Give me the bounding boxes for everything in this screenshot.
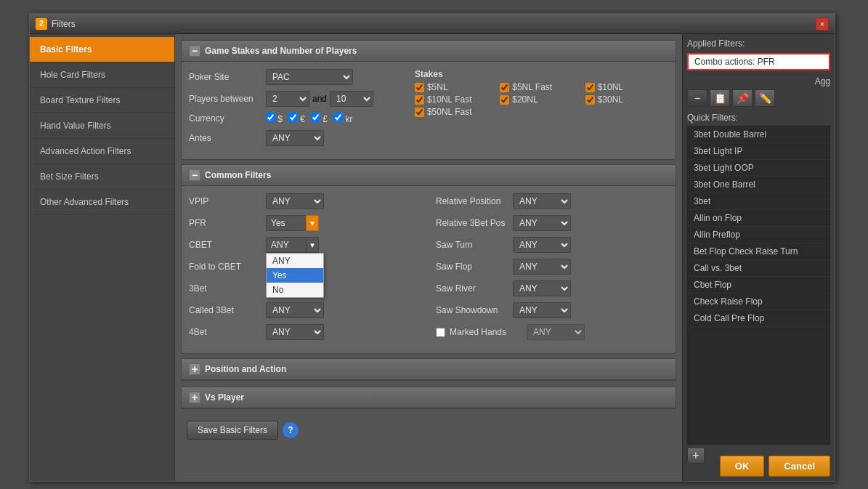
antes-label: Antes: [189, 133, 261, 143]
threebet-label: 3Bet: [189, 283, 261, 294]
stake-30nl-check[interactable]: [585, 95, 595, 105]
saw-turn-select[interactable]: ANYYesNo: [513, 237, 571, 253]
qf-3bet-light-ip[interactable]: 3bet Light IP: [688, 143, 830, 160]
stake-10nl: $10NL: [585, 82, 668, 92]
panel-pin-button[interactable]: 📌: [732, 89, 753, 107]
title-bar: 2 Filters ×: [30, 14, 835, 34]
stakes-title: Stakes: [415, 69, 668, 79]
qf-allin-flop[interactable]: Allin on Flop: [688, 210, 830, 227]
currency-eur[interactable]: €: [288, 113, 305, 124]
qf-cold-call-pre-flop[interactable]: Cold Call Pre Flop: [688, 310, 830, 327]
main-layout: Basic Filters Hole Card Filters Board Te…: [30, 34, 835, 481]
pfr-wrapper: Yes ▼: [266, 215, 319, 231]
saw-river-label: Saw River: [436, 283, 508, 294]
ok-button[interactable]: OK: [720, 456, 765, 477]
rel-pos-select[interactable]: ANY: [513, 193, 571, 209]
stake-10nl-fast-check[interactable]: [415, 95, 424, 105]
common-filters-grid: VPIP ANYYesNo PFR Yes ▼: [189, 193, 668, 346]
game-stakes-title: Game Stakes and Number of Players: [205, 46, 357, 56]
cancel-button[interactable]: Cancel: [768, 456, 830, 477]
panel-remove-button[interactable]: −: [687, 89, 707, 107]
sidebar-item-board-texture[interactable]: Board Texture Filters: [30, 88, 174, 113]
game-stakes-section: − Game Stakes and Number of Players Poke…: [181, 40, 676, 160]
stake-5nl-fast-check[interactable]: [500, 83, 509, 92]
save-basic-filters-button[interactable]: Save Basic Filters: [187, 421, 278, 440]
stake-50nl-fast-check[interactable]: [415, 108, 424, 117]
window-icon: 2: [36, 18, 47, 30]
stake-20nl-check[interactable]: [500, 95, 509, 105]
rel-3bet-pos-select[interactable]: ANY: [513, 215, 571, 231]
marked-hands-select[interactable]: ANY: [527, 324, 585, 340]
stake-5nl: $5NL: [415, 82, 498, 92]
close-button[interactable]: ×: [816, 17, 829, 31]
vpip-select[interactable]: ANYYesNo: [266, 193, 324, 209]
sidebar-item-advanced-action[interactable]: Advanced Action Filters: [30, 139, 174, 164]
qf-3bet[interactable]: 3bet: [688, 193, 830, 210]
saw-flop-row: Saw Flop ANYYesNo: [436, 259, 668, 275]
saw-showdown-select[interactable]: ANYYesNo: [513, 302, 571, 318]
sidebar-item-hole-card[interactable]: Hole Card Filters: [30, 62, 174, 88]
currency-kr[interactable]: kr: [333, 113, 352, 124]
bottom-bar: Save Basic Filters ?: [181, 415, 676, 445]
pfr-dropdown-arrow[interactable]: ▼: [306, 215, 319, 231]
qf-3bet-one-barrel[interactable]: 3bet One Barrel: [688, 177, 830, 193]
qf-cbet-flop[interactable]: Cbet Flop: [688, 277, 830, 294]
saw-river-select[interactable]: ANYYesNo: [513, 280, 571, 296]
help-button[interactable]: ?: [283, 422, 299, 438]
add-filter-button[interactable]: +: [687, 448, 705, 464]
poker-site-select[interactable]: PAC PokerStars 888: [266, 69, 353, 85]
qf-call-vs-3bet[interactable]: Call vs. 3bet: [688, 260, 830, 277]
panel-edit-button[interactable]: ✏️: [755, 89, 775, 107]
game-stakes-toggle[interactable]: −: [189, 45, 200, 57]
fourbet-select[interactable]: ANYYesNo: [266, 324, 324, 340]
position-action-header: + Position and Action: [182, 359, 676, 380]
game-stakes-body: Poker Site PAC PokerStars 888 Pla: [182, 62, 676, 159]
cbet-dropdown-arrow[interactable]: ▼: [306, 237, 319, 253]
currency-eur-check[interactable]: [288, 113, 298, 122]
vs-player-header: + Vs Player: [182, 387, 676, 408]
stake-10nl-check[interactable]: [585, 83, 595, 92]
currency-gbp-check[interactable]: [311, 113, 320, 122]
stake-5nl-check[interactable]: [415, 83, 424, 92]
position-action-title: Position and Action: [205, 364, 286, 374]
sidebar-item-other-advanced[interactable]: Other Advanced Filters: [30, 190, 174, 215]
saw-flop-select[interactable]: ANYYesNo: [513, 259, 571, 275]
currency-label: Currency: [189, 113, 261, 124]
sidebar-item-basic[interactable]: Basic Filters: [30, 37, 174, 62]
sidebar-item-hand-value[interactable]: Hand Value Filters: [30, 113, 174, 139]
common-filters-toggle[interactable]: −: [189, 169, 200, 181]
qf-check-raise-flop[interactable]: Check Raise Flop: [688, 294, 830, 310]
currency-kr-check[interactable]: [333, 113, 343, 122]
saw-showdown-row: Saw Showdown ANYYesNo: [436, 302, 668, 318]
currency-gbp[interactable]: £: [311, 113, 328, 124]
vpip-label: VPIP: [189, 196, 261, 206]
qf-3bet-double-barrel[interactable]: 3bet Double Barrel: [688, 126, 830, 143]
currency-usd[interactable]: $: [266, 113, 283, 124]
sidebar-item-bet-size[interactable]: Bet Size Filters: [30, 164, 174, 190]
qf-allin-preflop[interactable]: Allin Preflop: [688, 227, 830, 243]
pfr-row: PFR Yes ▼: [189, 215, 421, 231]
position-action-toggle[interactable]: +: [189, 363, 200, 375]
stake-50nl-fast: $50NL Fast: [415, 107, 498, 117]
cbet-row: CBET ANY ▼ ANY Yes: [189, 237, 421, 253]
players-min-select[interactable]: 2345: [266, 91, 309, 107]
vs-player-toggle[interactable]: +: [189, 392, 200, 403]
rel-pos-label: Relative Position: [436, 196, 508, 206]
players-max-select[interactable]: 10986: [330, 91, 373, 107]
qf-3bet-light-oop[interactable]: 3bet Light OOP: [688, 160, 830, 177]
called-3bet-select[interactable]: ANYYesNo: [266, 302, 324, 318]
cbet-option-any[interactable]: ANY: [267, 254, 323, 268]
marked-hands-check[interactable]: [436, 328, 445, 337]
cbet-option-no[interactable]: No: [267, 283, 323, 297]
qf-bet-flop-check-raise-turn[interactable]: Bet Flop Check Raise Turn: [688, 243, 830, 260]
currency-usd-check[interactable]: [266, 113, 275, 122]
players-between-label: Players between: [189, 94, 261, 104]
stake-20nl: $20NL: [500, 94, 583, 105]
dialog-buttons: OK Cancel: [720, 456, 830, 477]
antes-select[interactable]: ANYYesNo: [266, 130, 324, 146]
quick-filters-list: 3bet Double Barrel 3bet Light IP 3bet Li…: [687, 126, 830, 445]
panel-copy-button[interactable]: 📋: [710, 89, 730, 107]
cbet-dropdown-menu: ANY Yes No: [266, 253, 324, 298]
currency-options: $ € £ kr: [266, 113, 352, 124]
cbet-option-yes[interactable]: Yes: [267, 268, 323, 283]
